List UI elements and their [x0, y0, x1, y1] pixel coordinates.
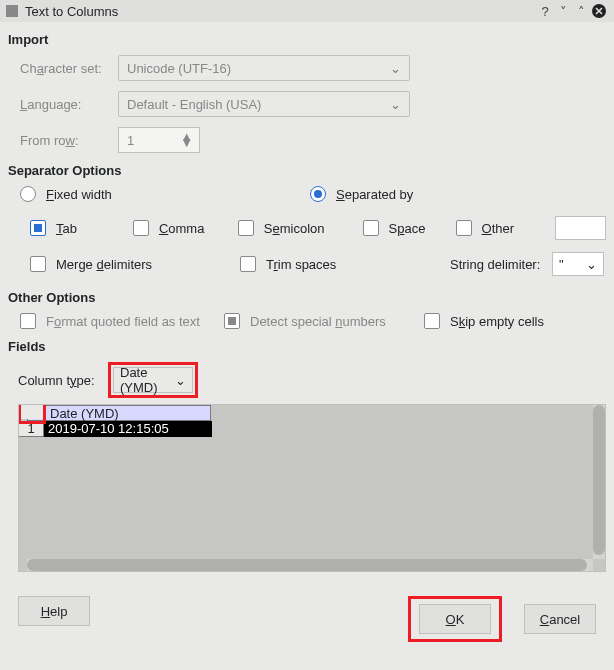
- other-separator-input[interactable]: [555, 216, 606, 240]
- language-label: Language:: [8, 97, 118, 112]
- ok-button[interactable]: OK: [419, 604, 491, 634]
- fromrow-label: From row:: [8, 133, 118, 148]
- trim-spaces-checkbox[interactable]: [240, 256, 256, 272]
- skip-empty-label: Skip empty cells: [450, 314, 544, 329]
- cancel-button[interactable]: Cancel: [524, 604, 596, 634]
- chevron-down-icon: ⌄: [390, 97, 401, 112]
- help-titlebar-icon[interactable]: ?: [536, 4, 554, 19]
- help-button[interactable]: Help: [18, 596, 90, 626]
- section-other: Other Options: [8, 290, 606, 305]
- tab-label: Tab: [56, 221, 77, 236]
- preview-column-header[interactable]: Date (YMD): [27, 405, 211, 421]
- trim-spaces-label: Trim spaces: [266, 257, 336, 272]
- tab-checkbox[interactable]: [30, 220, 46, 236]
- chevron-down-icon: ⌄: [175, 373, 186, 388]
- spin-buttons[interactable]: ▲▼: [180, 134, 193, 146]
- string-delimiter-label: String delimiter:: [450, 257, 552, 272]
- column-type-label: Column type:: [18, 373, 108, 388]
- column-type-select[interactable]: Date (YMD) ⌄: [113, 367, 193, 393]
- horizontal-scrollbar[interactable]: [27, 559, 593, 571]
- preview-cell: 2019-07-10 12:15:05: [44, 421, 212, 437]
- highlight-ok: OK: [408, 596, 502, 642]
- language-select[interactable]: Default - English (USA) ⌄: [118, 91, 410, 117]
- format-quoted-label: Format quoted field as text: [46, 314, 200, 329]
- merge-delimiters-checkbox[interactable]: [30, 256, 46, 272]
- format-quoted-checkbox[interactable]: [20, 313, 36, 329]
- space-checkbox[interactable]: [363, 220, 379, 236]
- titlebar: Text to Columns ? ˅ ˄: [0, 0, 614, 22]
- semicolon-label: Semicolon: [264, 221, 325, 236]
- preview-table[interactable]: Date (YMD) 1 2019-07-10 12:15:05: [18, 404, 606, 572]
- comma-checkbox[interactable]: [133, 220, 149, 236]
- window-title: Text to Columns: [25, 4, 536, 19]
- comma-label: Comma: [159, 221, 205, 236]
- chevron-down-icon: ⌄: [586, 257, 597, 272]
- space-label: Space: [389, 221, 426, 236]
- charset-value: Unicode (UTF-16): [127, 61, 231, 76]
- fromrow-spinbox[interactable]: 1 ▲▼: [118, 127, 200, 153]
- semicolon-checkbox[interactable]: [238, 220, 254, 236]
- string-delimiter-select[interactable]: " ⌄: [552, 252, 604, 276]
- fromrow-value: 1: [127, 133, 134, 148]
- other-label: Other: [482, 221, 515, 236]
- section-separator: Separator Options: [8, 163, 606, 178]
- skip-empty-checkbox[interactable]: [424, 313, 440, 329]
- vertical-scrollbar[interactable]: [593, 405, 605, 559]
- minimize-icon[interactable]: ˅: [554, 4, 572, 19]
- section-import: Import: [8, 32, 606, 47]
- charset-select[interactable]: Unicode (UTF-16) ⌄: [118, 55, 410, 81]
- separated-by-radio[interactable]: [310, 186, 326, 202]
- fixed-width-radio[interactable]: [20, 186, 36, 202]
- detect-numbers-checkbox[interactable]: [224, 313, 240, 329]
- merge-delimiters-label: Merge delimiters: [56, 257, 152, 272]
- section-fields: Fields: [8, 339, 606, 354]
- app-icon: [6, 5, 18, 17]
- charset-label: Character set:: [8, 61, 118, 76]
- table-row: 1 2019-07-10 12:15:05: [18, 421, 212, 437]
- chevron-down-icon: ⌄: [390, 61, 401, 76]
- other-checkbox[interactable]: [456, 220, 472, 236]
- detect-numbers-label: Detect special numbers: [250, 314, 386, 329]
- close-icon[interactable]: [590, 4, 608, 18]
- highlight-column-header: [18, 404, 46, 424]
- highlight-column-type: Date (YMD) ⌄: [108, 362, 198, 398]
- maximize-icon[interactable]: ˄: [572, 4, 590, 19]
- fixed-width-label: Fixed width: [46, 187, 112, 202]
- language-value: Default - English (USA): [127, 97, 261, 112]
- separated-by-label: Separated by: [336, 187, 413, 202]
